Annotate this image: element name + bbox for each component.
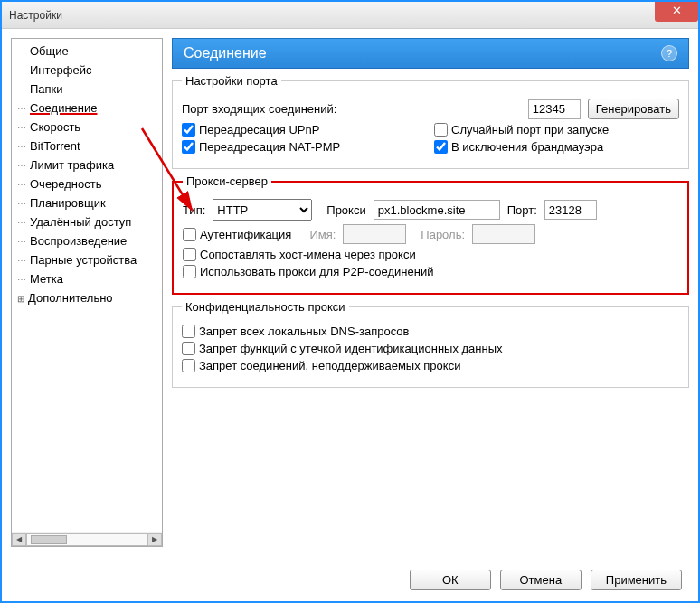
leak-checkbox-label[interactable]: Запрет функций с утечкой идентификационн… bbox=[182, 342, 503, 355]
category-tree: ОбщиеИнтерфейсПапкиСоединениеСкоростьBit… bbox=[11, 38, 163, 547]
proxy-group: Прокси-сервер Тип: HTTP Прокси Порт: Аут… bbox=[172, 174, 689, 295]
proxy-port-label: Порт: bbox=[507, 203, 537, 217]
upnp-checkbox-label[interactable]: Переадресация UPnP bbox=[182, 123, 319, 137]
unsupported-checkbox-label[interactable]: Запрет соединений, неподдерживаемых прок… bbox=[182, 359, 460, 372]
cancel-button[interactable]: Отмена bbox=[500, 570, 582, 590]
tree-item-10[interactable]: Воспроизведение bbox=[17, 232, 162, 251]
section-title: Соединение bbox=[184, 45, 267, 61]
tree-item-7[interactable]: Очередность bbox=[17, 175, 162, 194]
generate-port-button[interactable]: Генерировать bbox=[588, 99, 679, 119]
tree-item-13[interactable]: Дополнительно bbox=[17, 289, 162, 308]
tree-item-1[interactable]: Интерфейс bbox=[17, 61, 162, 80]
tree-scrollbar[interactable]: ◀ ▶ bbox=[12, 532, 162, 546]
natpmp-checkbox-label[interactable]: Переадресация NAT-PMP bbox=[182, 140, 340, 154]
proxy-type-select[interactable]: HTTP bbox=[213, 199, 312, 221]
tree-item-2[interactable]: Папки bbox=[17, 80, 162, 99]
firewall-checkbox[interactable] bbox=[434, 140, 448, 154]
resolve-checkbox-label[interactable]: Сопоставлять хост-имена через прокси bbox=[183, 248, 416, 261]
privacy-legend: Конфиденциальность прокси bbox=[182, 300, 349, 314]
help-icon[interactable]: ? bbox=[661, 45, 677, 61]
tree-item-12[interactable]: Метка bbox=[17, 270, 162, 289]
tree-item-4[interactable]: Скорость bbox=[17, 118, 162, 137]
titlebar: Настройки ✕ bbox=[2, 2, 698, 29]
tree-item-3[interactable]: Соединение bbox=[17, 99, 162, 118]
scroll-left-icon[interactable]: ◀ bbox=[12, 533, 26, 546]
privacy-group: Конфиденциальность прокси Запрет всех ло… bbox=[172, 300, 689, 388]
auth-user-label: Имя: bbox=[309, 228, 336, 241]
random-port-checkbox[interactable] bbox=[434, 123, 448, 137]
dns-checkbox[interactable] bbox=[182, 325, 195, 338]
resolve-checkbox[interactable] bbox=[183, 248, 196, 261]
proxy-type-label: Тип: bbox=[183, 203, 205, 217]
tree-item-9[interactable]: Удалённый доступ bbox=[17, 213, 162, 232]
dns-checkbox-label[interactable]: Запрет всех локальных DNS-запросов bbox=[182, 325, 409, 338]
unsupported-checkbox[interactable] bbox=[182, 359, 195, 372]
tree-item-5[interactable]: BitTorrent bbox=[17, 137, 162, 156]
close-button[interactable]: ✕ bbox=[655, 2, 698, 22]
ok-button[interactable]: ОК bbox=[410, 570, 491, 590]
proxy-legend: Прокси-сервер bbox=[183, 174, 271, 188]
natpmp-checkbox[interactable] bbox=[182, 140, 195, 154]
proxy-host-label: Прокси bbox=[326, 203, 365, 217]
firewall-checkbox-label[interactable]: В исключения брандмауэра bbox=[434, 140, 603, 154]
proxy-host-input[interactable] bbox=[374, 200, 500, 220]
random-port-checkbox-label[interactable]: Случайный порт при запуске bbox=[434, 123, 609, 137]
port-legend: Настройки порта bbox=[182, 74, 281, 88]
leak-checkbox[interactable] bbox=[182, 342, 195, 355]
apply-button[interactable]: Применить bbox=[591, 570, 682, 590]
window-title: Настройки bbox=[9, 9, 691, 22]
p2p-checkbox[interactable] bbox=[183, 265, 196, 278]
auth-pass-input bbox=[472, 224, 535, 244]
auth-checkbox-label[interactable]: Аутентификация bbox=[183, 228, 291, 241]
upnp-checkbox[interactable] bbox=[182, 123, 195, 137]
incoming-port-input[interactable] bbox=[528, 99, 581, 119]
p2p-checkbox-label[interactable]: Использовать прокси для P2P-соединений bbox=[183, 265, 433, 278]
auth-user-input bbox=[343, 224, 406, 244]
port-settings-group: Настройки порта Порт входящих соединений… bbox=[172, 74, 689, 169]
incoming-port-label: Порт входящих соединений: bbox=[182, 102, 521, 116]
tree-item-0[interactable]: Общие bbox=[17, 42, 162, 61]
tree-item-6[interactable]: Лимит трафика bbox=[17, 156, 162, 175]
tree-item-8[interactable]: Планировщик bbox=[17, 194, 162, 213]
tree-item-11[interactable]: Парные устройства bbox=[17, 251, 162, 270]
proxy-port-input[interactable] bbox=[544, 200, 597, 220]
section-header: Соединение ? bbox=[172, 38, 689, 69]
auth-pass-label: Пароль: bbox=[421, 228, 465, 241]
auth-checkbox[interactable] bbox=[183, 228, 196, 241]
scroll-right-icon[interactable]: ▶ bbox=[147, 533, 162, 546]
